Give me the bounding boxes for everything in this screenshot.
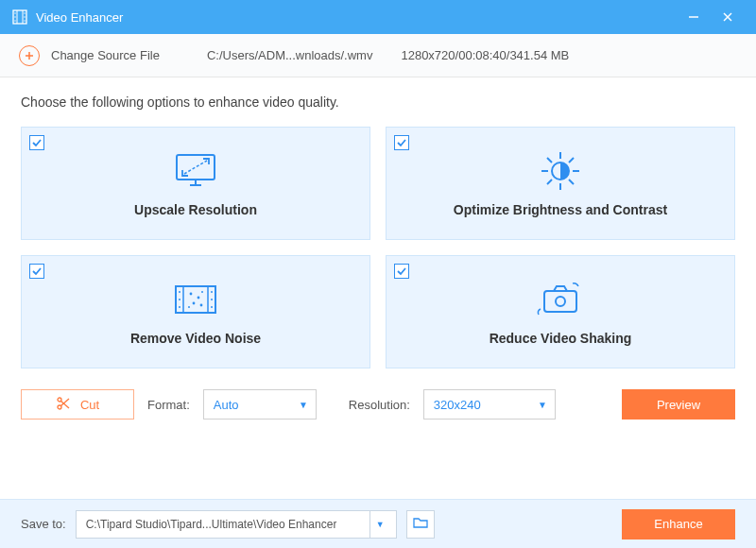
svg-point-6	[24, 12, 25, 13]
app-title: Video Enhancer	[36, 10, 123, 25]
svg-line-25	[569, 158, 574, 163]
svg-point-8	[24, 20, 25, 21]
svg-point-38	[193, 302, 196, 305]
svg-point-33	[211, 291, 213, 293]
preview-button[interactable]: Preview	[622, 389, 735, 420]
format-label: Format:	[147, 398, 190, 412]
brightness-icon	[536, 149, 585, 193]
option-label: Reduce Video Shaking	[490, 331, 632, 346]
option-upscale-resolution[interactable]: Upscale Resolution	[21, 127, 370, 240]
svg-point-41	[201, 291, 203, 293]
source-file-info: 1280x720/00:08:40/341.54 MB	[401, 48, 569, 62]
svg-point-43	[556, 297, 565, 306]
svg-point-5	[14, 20, 15, 21]
svg-point-44	[58, 398, 61, 402]
svg-point-4	[14, 16, 15, 17]
cut-label: Cut	[80, 398, 99, 412]
svg-rect-42	[544, 291, 576, 312]
main-area: Choose the following options to enhance …	[0, 77, 756, 420]
svg-rect-27	[176, 286, 215, 313]
option-label: Optimize Brightness and Contrast	[454, 202, 667, 217]
svg-point-36	[190, 293, 193, 296]
bottom-bar: Save to: C:\Tipard Studio\Tipard...Ultim…	[0, 499, 756, 548]
instruction-text: Choose the following options to enhance …	[21, 94, 735, 110]
svg-point-31	[179, 299, 180, 300]
checkbox-icon[interactable]	[29, 264, 44, 279]
app-icon	[11, 9, 28, 26]
option-reduce-shaking[interactable]: Reduce Video Shaking	[386, 255, 735, 368]
resolution-label: Resolution:	[349, 398, 410, 412]
camera-stabilize-icon	[535, 278, 586, 321]
svg-line-17	[184, 161, 207, 174]
cut-button[interactable]: Cut	[21, 389, 134, 420]
svg-point-37	[198, 297, 200, 300]
svg-point-7	[24, 16, 25, 17]
save-path-dropdown-button[interactable]: ▼	[369, 511, 390, 538]
preview-label: Preview	[657, 398, 700, 412]
format-dropdown[interactable]: Auto ▼	[203, 389, 317, 420]
option-remove-noise[interactable]: Remove Video Noise	[21, 255, 370, 368]
open-folder-button[interactable]	[406, 510, 435, 539]
svg-point-35	[211, 306, 213, 308]
minimize-button[interactable]	[677, 0, 711, 34]
svg-line-26	[547, 180, 552, 184]
controls-row: Cut Format: Auto ▼ Resolution: 320x240 ▼…	[21, 389, 735, 420]
svg-point-40	[188, 306, 190, 308]
svg-line-24	[569, 180, 574, 184]
svg-point-45	[58, 405, 61, 409]
scissors-icon	[56, 396, 71, 414]
svg-point-34	[211, 299, 213, 300]
enhance-button[interactable]: Enhance	[622, 509, 735, 539]
enhance-label: Enhance	[654, 517, 702, 531]
svg-point-39	[200, 304, 203, 307]
checkbox-icon[interactable]	[394, 264, 409, 279]
option-brightness-contrast[interactable]: Optimize Brightness and Contrast	[386, 127, 735, 240]
resolution-dropdown[interactable]: 320x240 ▼	[423, 389, 556, 420]
options-grid: Upscale Resolution Optimize Brightness a…	[21, 127, 735, 368]
chevron-down-icon: ▼	[299, 400, 308, 410]
add-source-icon[interactable]	[19, 45, 40, 66]
checkbox-icon[interactable]	[29, 135, 44, 150]
svg-line-23	[547, 158, 552, 163]
film-noise-icon	[170, 278, 221, 321]
monitor-upscale-icon	[171, 149, 220, 193]
svg-point-32	[179, 306, 180, 308]
save-path-box[interactable]: C:\Tipard Studio\Tipard...Ultimate\Video…	[76, 510, 397, 539]
change-source-label[interactable]: Change Source File	[51, 48, 160, 62]
svg-point-3	[14, 12, 15, 13]
save-to-label: Save to:	[21, 517, 66, 531]
source-bar: Change Source File C:/Users/ADM...wnload…	[0, 34, 756, 77]
title-bar: Video Enhancer	[0, 0, 756, 34]
option-label: Remove Video Noise	[130, 331, 261, 346]
source-file-path: C:/Users/ADM...wnloads/.wmv	[207, 48, 373, 62]
chevron-down-icon: ▼	[538, 400, 547, 410]
checkbox-icon[interactable]	[394, 135, 409, 150]
svg-point-30	[179, 291, 180, 293]
resolution-value: 320x240	[434, 398, 481, 412]
format-value: Auto	[214, 398, 239, 412]
save-path-text: C:\Tipard Studio\Tipard...Ultimate\Video…	[86, 518, 337, 531]
folder-icon	[413, 516, 428, 533]
option-label: Upscale Resolution	[134, 202, 257, 217]
close-button[interactable]	[711, 0, 745, 34]
